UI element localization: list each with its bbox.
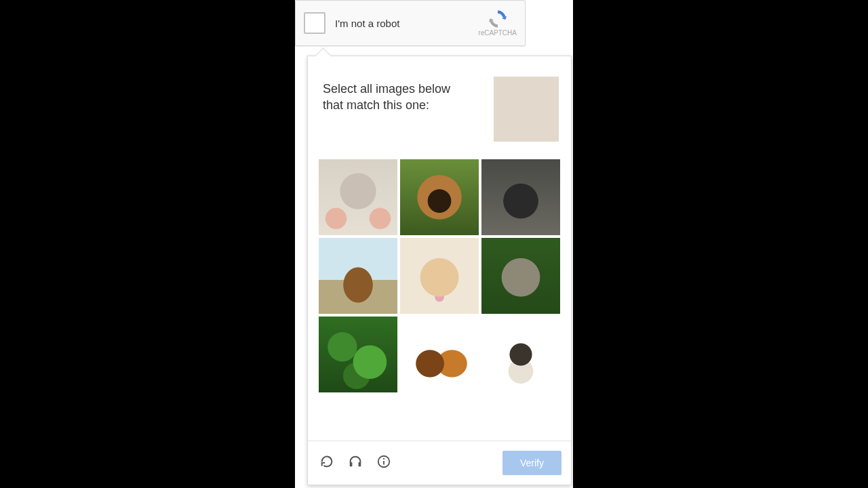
- not-a-robot-checkbox[interactable]: [304, 12, 326, 34]
- challenge-tile-8[interactable]: [400, 317, 479, 392]
- info-icon: [376, 454, 391, 472]
- svg-rect-0: [350, 462, 353, 466]
- svg-rect-1: [359, 462, 361, 466]
- challenge-footer: Verify: [308, 441, 571, 485]
- captcha-stage: I'm not a robot reCAPTCHA Select all ima…: [295, 0, 573, 488]
- reference-image: [494, 77, 559, 142]
- challenge-prompt-text: Select all images below that match this …: [323, 77, 484, 114]
- reload-challenge-button[interactable]: [317, 453, 336, 472]
- headphones-icon: [348, 454, 363, 472]
- info-button[interactable]: [374, 453, 393, 472]
- challenge-prompt: Select all images below that match this …: [308, 56, 571, 147]
- challenge-tile-7[interactable]: [319, 317, 397, 392]
- audio-challenge-button[interactable]: [346, 453, 365, 472]
- challenge-tile-6[interactable]: [481, 238, 560, 314]
- reload-icon: [319, 454, 334, 472]
- challenge-tile-5[interactable]: [400, 238, 479, 314]
- recaptcha-anchor: I'm not a robot reCAPTCHA: [295, 0, 526, 46]
- challenge-tile-2[interactable]: [400, 159, 479, 235]
- prompt-line-1: Select all images below: [323, 82, 450, 96]
- recaptcha-brand: reCAPTCHA: [478, 9, 517, 37]
- recaptcha-brand-text: reCAPTCHA: [478, 29, 517, 37]
- challenge-image-grid: [308, 147, 571, 399]
- svg-point-4: [383, 458, 384, 460]
- prompt-line-2: that match this one:: [323, 98, 429, 112]
- challenge-tile-1[interactable]: [319, 159, 397, 235]
- challenge-tile-9[interactable]: [481, 317, 560, 392]
- challenge-tile-4[interactable]: [319, 238, 397, 314]
- recaptcha-logo-icon: [478, 9, 517, 28]
- challenge-tile-3[interactable]: [481, 159, 560, 235]
- captcha-challenge-popup: Select all images below that match this …: [307, 56, 572, 485]
- verify-button[interactable]: Verify: [502, 451, 561, 475]
- not-a-robot-label: I'm not a robot: [335, 18, 399, 29]
